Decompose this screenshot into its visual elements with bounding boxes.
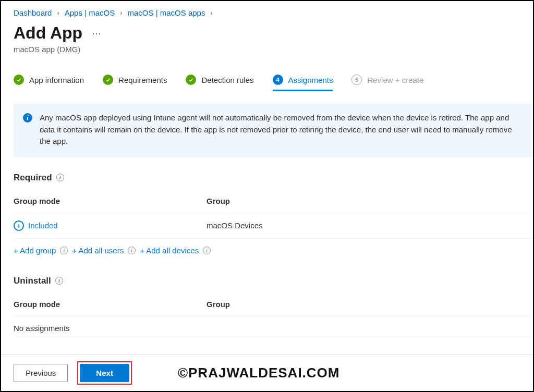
breadcrumb-link-dashboard[interactable]: Dashboard	[14, 8, 52, 17]
tab-review-create[interactable]: 5 Review + create	[351, 75, 423, 90]
uninstall-table: Group mode Group No assignments	[14, 300, 533, 337]
uninstall-section: Uninstall i Group mode Group No assignme…	[14, 276, 533, 337]
tab-requirements[interactable]: Requirements	[103, 75, 167, 90]
wizard-steps: App information Requirements Detection r…	[14, 75, 533, 90]
tab-app-information[interactable]: App information	[14, 75, 84, 90]
tab-assignments[interactable]: 4 Assignments	[273, 75, 333, 90]
watermark-text: ©PRAJWALDESAI.COM	[178, 365, 340, 381]
previous-button[interactable]: Previous	[14, 364, 68, 382]
breadcrumb-link-apps-macos[interactable]: Apps | macOS	[65, 8, 115, 17]
check-icon	[186, 75, 196, 85]
column-header-group: Group	[207, 300, 533, 309]
required-actions: + Add group i + Add all users i + Add al…	[14, 246, 533, 255]
tab-label: Requirements	[118, 76, 167, 84]
breadcrumb: Dashboard › Apps | macOS › macOS | macOS…	[14, 7, 533, 17]
tab-label: Detection rules	[201, 76, 253, 84]
page-title: Add App	[14, 23, 82, 43]
group-mode-label: Included	[28, 221, 58, 230]
info-icon: i	[23, 113, 32, 123]
info-icon[interactable]: i	[56, 174, 64, 181]
no-assignments-text: No assignments	[14, 316, 533, 337]
tab-label: Review + create	[367, 76, 423, 84]
required-title: Required	[14, 173, 52, 183]
required-section: Required i Group mode Group + Included m…	[14, 173, 533, 255]
tab-label: App information	[29, 76, 84, 84]
breadcrumb-link-macos-apps[interactable]: macOS | macOS apps	[128, 8, 205, 17]
group-name: macOS Devices	[207, 221, 533, 230]
column-header-group-mode: Group mode	[14, 197, 207, 205]
add-all-users-link[interactable]: + Add all users	[72, 246, 124, 255]
plus-circle-icon: +	[14, 220, 24, 231]
wizard-footer: Previous Next ©PRAJWALDESAI.COM	[1, 354, 533, 391]
column-header-group-mode: Group mode	[14, 300, 207, 309]
column-header-group: Group	[207, 197, 533, 205]
group-mode-included[interactable]: + Included	[14, 220, 207, 231]
uninstall-title: Uninstall	[14, 276, 51, 286]
info-icon[interactable]: i	[203, 247, 211, 254]
chevron-right-icon: ›	[120, 9, 122, 17]
info-banner-text: Any macOS app deployed using Intune agen…	[40, 112, 524, 148]
highlight-annotation: Next	[77, 361, 132, 385]
tab-detection-rules[interactable]: Detection rules	[186, 75, 253, 90]
tab-label: Assignments	[288, 76, 333, 84]
table-row[interactable]: + Included macOS Devices	[14, 213, 533, 239]
required-table: Group mode Group + Included macOS Device…	[14, 197, 533, 239]
info-icon[interactable]: i	[55, 277, 63, 285]
info-icon[interactable]: i	[60, 247, 68, 254]
info-banner: i Any macOS app deployed using Intune ag…	[14, 104, 533, 157]
step-number-icon: 5	[351, 75, 362, 85]
add-all-devices-link[interactable]: + Add all devices	[140, 246, 199, 255]
check-icon	[14, 75, 24, 85]
chevron-right-icon: ›	[57, 9, 59, 17]
next-button[interactable]: Next	[80, 364, 129, 382]
step-number-icon: 4	[273, 75, 283, 85]
add-group-link[interactable]: + Add group	[14, 246, 56, 255]
check-icon	[103, 75, 113, 85]
more-actions-button[interactable]: ⋯	[92, 28, 102, 39]
page-subtitle: macOS app (DMG)	[14, 45, 533, 54]
chevron-right-icon: ›	[210, 9, 212, 17]
info-icon[interactable]: i	[128, 247, 136, 254]
